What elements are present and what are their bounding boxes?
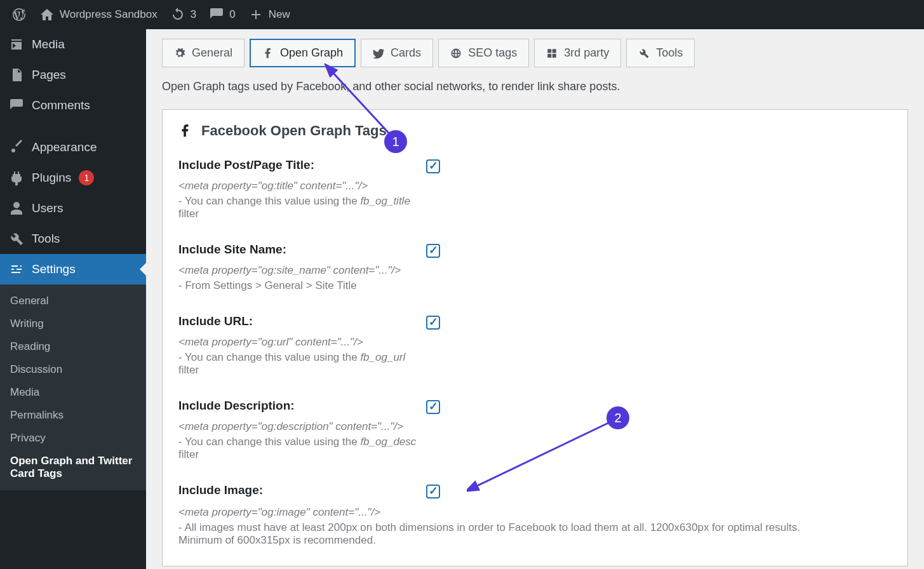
gear-icon — [174, 48, 185, 59]
plugin-icon — [9, 170, 24, 185]
new-link[interactable]: New — [242, 0, 297, 29]
plugin-update-badge: 1 — [79, 170, 94, 185]
sidebar-label: Pages — [32, 68, 66, 82]
sidebar-item-plugins[interactable]: Plugins 1 — [0, 163, 146, 193]
user-icon — [9, 201, 24, 216]
setting-meta: <meta property="og:url" content="..."/> — [178, 336, 426, 349]
setting-note: - You can change this value using the fb… — [178, 195, 426, 220]
sidebar-label: Media — [32, 37, 65, 51]
setting-title: Include Post/Page Title: <meta property=… — [178, 158, 892, 220]
wordpress-icon — [11, 7, 27, 22]
og-panel: Facebook Open Graph Tags Include Post/Pa… — [162, 109, 908, 566]
sidebar-label: Comments — [32, 98, 90, 112]
setting-label: Include Post/Page Title: — [178, 158, 426, 172]
tab-third-party[interactable]: 3rd party — [534, 39, 621, 67]
annotation-badge-1: 1 — [384, 130, 407, 153]
globe-icon — [450, 48, 462, 59]
tab-label: 3rd party — [564, 46, 609, 60]
checkbox-include-title[interactable] — [426, 159, 440, 173]
sidebar-item-media[interactable]: Media — [0, 29, 146, 60]
tab-cards[interactable]: Cards — [361, 39, 433, 67]
setting-note: - You can change this value using the fb… — [178, 351, 426, 377]
sidebar-label: Users — [32, 201, 64, 215]
plus-icon — [248, 7, 264, 22]
sidebar-label: Settings — [32, 262, 76, 276]
admin-sidebar: Media Pages Comments Appearance Plugins … — [0, 29, 146, 569]
admin-bar: Wordpress Sandbox 3 0 New — [0, 0, 924, 29]
tab-label: Open Graph — [280, 46, 343, 60]
sub-writing[interactable]: Writing — [0, 312, 146, 335]
checkbox-include-sitename[interactable] — [426, 244, 440, 258]
brush-icon — [9, 140, 24, 155]
settings-submenu: General Writing Reading Discussion Media… — [0, 284, 146, 490]
setting-note: - All images must have at least 200px on… — [178, 521, 801, 547]
setting-image: Include Image: <meta property="og:image"… — [178, 483, 892, 547]
sidebar-item-appearance[interactable]: Appearance — [0, 132, 146, 163]
sidebar-label: Tools — [32, 232, 60, 246]
panel-title-text: Facebook Open Graph Tags — [201, 123, 387, 139]
sidebar-item-comments[interactable]: Comments — [0, 90, 146, 121]
tab-label: SEO tags — [468, 46, 517, 60]
tab-general[interactable]: General — [162, 39, 244, 67]
setting-label: Include Site Name: — [178, 243, 426, 257]
twitter-icon — [373, 48, 384, 59]
panel-title: Facebook Open Graph Tags — [178, 123, 892, 139]
media-icon — [9, 37, 24, 52]
sub-privacy[interactable]: Privacy — [0, 427, 146, 450]
facebook-icon — [262, 48, 274, 59]
updates-link[interactable]: 3 — [164, 0, 203, 29]
checkbox-include-image[interactable] — [426, 485, 440, 499]
tab-tools[interactable]: Tools — [626, 39, 695, 67]
setting-meta: <meta property="og:description" content=… — [178, 420, 426, 433]
sidebar-label: Appearance — [32, 140, 97, 154]
comments-count: 0 — [229, 8, 235, 21]
site-name: Wordpress Sandbox — [60, 8, 157, 21]
site-link[interactable]: Wordpress Sandbox — [33, 0, 164, 29]
comment-icon — [209, 7, 224, 22]
facebook-icon — [178, 124, 192, 138]
setting-meta: <meta property="og:image" content="..."/… — [178, 506, 892, 519]
sub-reading[interactable]: Reading — [0, 335, 146, 358]
setting-meta: <meta property="og:site_name" content=".… — [178, 264, 426, 277]
comments-link[interactable]: 0 — [203, 0, 241, 29]
checkbox-include-desc[interactable] — [426, 400, 440, 414]
tab-seo[interactable]: SEO tags — [438, 39, 529, 67]
sub-ogtags[interactable]: Open Graph and Twitter Card Tags — [0, 450, 146, 485]
page-icon — [9, 67, 24, 83]
sub-general[interactable]: General — [0, 290, 146, 312]
update-icon — [170, 7, 185, 22]
sub-media[interactable]: Media — [0, 381, 146, 404]
annotation-badge-2: 2 — [606, 406, 629, 429]
comments-icon — [9, 98, 24, 113]
setting-label: Include Description: — [178, 399, 426, 413]
setting-label: Include Image: — [178, 483, 426, 497]
sidebar-item-pages[interactable]: Pages — [0, 60, 146, 90]
intro-text: Open Graph tags used by Facebook, and ot… — [162, 80, 908, 93]
sidebar-label: Plugins — [32, 171, 71, 185]
tab-label: Tools — [656, 46, 683, 60]
sliders-icon — [9, 262, 24, 277]
wrench-icon — [638, 48, 650, 59]
setting-label: Include URL: — [178, 314, 426, 328]
settings-tabs: General Open Graph Cards SEO tags 3rd pa… — [162, 39, 908, 67]
tab-label: Cards — [391, 46, 421, 60]
new-label: New — [269, 8, 290, 21]
setting-url: Include URL: <meta property="og:url" con… — [178, 314, 892, 377]
setting-note: - You can change this value using the fb… — [178, 436, 426, 461]
setting-note: - From Settings > General > Site Title — [178, 279, 426, 292]
sidebar-item-tools[interactable]: Tools — [0, 224, 146, 254]
tab-label: General — [192, 46, 232, 60]
updates-count: 3 — [191, 8, 196, 21]
tab-open-graph[interactable]: Open Graph — [250, 39, 356, 67]
setting-sitename: Include Site Name: <meta property="og:si… — [178, 243, 892, 292]
setting-desc: Include Description: <meta property="og:… — [178, 399, 892, 461]
sub-discussion[interactable]: Discussion — [0, 358, 146, 381]
sub-permalinks[interactable]: Permalinks — [0, 404, 146, 427]
wrench-icon — [9, 231, 24, 246]
main-content: General Open Graph Cards SEO tags 3rd pa… — [146, 29, 924, 569]
sidebar-item-users[interactable]: Users — [0, 193, 146, 224]
checkbox-include-url[interactable] — [426, 316, 440, 330]
wp-logo[interactable] — [5, 0, 33, 29]
grid-icon — [546, 48, 558, 59]
sidebar-item-settings[interactable]: Settings — [0, 254, 146, 284]
